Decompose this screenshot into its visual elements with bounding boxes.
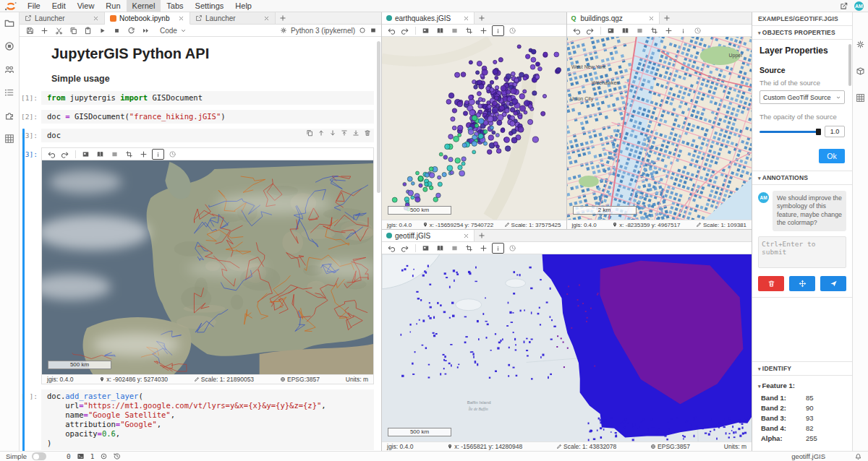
duplicate-cell-icon[interactable] bbox=[306, 129, 313, 137]
code-cell-raster[interactable]: [ ]: doc.add_raster_layer( url="https://… bbox=[20, 389, 374, 450]
code-editor-3[interactable]: doc bbox=[41, 129, 374, 142]
code-cell-3[interactable]: [3]: doc bbox=[20, 129, 374, 142]
delete-cell-icon[interactable] bbox=[364, 129, 371, 137]
annotations-header[interactable]: ANNOTATIONS bbox=[752, 171, 852, 185]
layer-browser-button[interactable] bbox=[94, 149, 106, 160]
add-cell-button[interactable] bbox=[38, 25, 51, 36]
new-layer-group-button[interactable] bbox=[634, 25, 646, 36]
package-icon[interactable] bbox=[856, 66, 865, 76]
insert-cell-below-icon[interactable] bbox=[352, 129, 359, 137]
new-tab-button[interactable] bbox=[660, 12, 674, 24]
history-button[interactable] bbox=[692, 25, 704, 36]
opacity-value[interactable]: 1.0 bbox=[825, 126, 845, 137]
close-icon[interactable] bbox=[93, 15, 99, 22]
tab-notebook[interactable]: Notebook.ipynb bbox=[105, 12, 190, 25]
identify-button[interactable] bbox=[677, 25, 689, 36]
new-raster-layer-button[interactable] bbox=[80, 149, 92, 160]
grid-view-icon[interactable] bbox=[856, 93, 865, 103]
annotation-input[interactable] bbox=[758, 236, 846, 268]
identify-button[interactable] bbox=[152, 149, 164, 160]
menu-settings[interactable]: Settings bbox=[190, 0, 230, 12]
file-browser-icon[interactable] bbox=[4, 18, 14, 28]
history-button[interactable] bbox=[506, 243, 519, 254]
source-select[interactable]: Custom GeoTiff Source bbox=[760, 90, 845, 104]
delete-annotation-button[interactable] bbox=[758, 276, 784, 291]
collaboration-icon[interactable] bbox=[4, 64, 14, 74]
insert-cell-above-icon[interactable] bbox=[341, 129, 348, 137]
notebook-scrollbar[interactable] bbox=[377, 41, 380, 193]
submit-annotation-button[interactable] bbox=[820, 276, 846, 291]
notifications-bell-icon[interactable] bbox=[854, 452, 862, 460]
run-cell-button[interactable] bbox=[96, 25, 109, 36]
menu-view[interactable]: View bbox=[72, 0, 101, 12]
identify-button[interactable] bbox=[492, 25, 504, 36]
menu-edit[interactable]: Edit bbox=[46, 0, 72, 12]
add-layer-button[interactable] bbox=[663, 25, 675, 36]
add-layer-button[interactable] bbox=[477, 243, 490, 254]
gt-canvas[interactable]: Baffin IslandÎle de Baffin bbox=[382, 254, 752, 441]
close-icon[interactable] bbox=[463, 15, 469, 22]
nbmap-canvas[interactable] bbox=[42, 160, 373, 374]
menu-kernel[interactable]: Kernel bbox=[127, 0, 161, 12]
undo-button[interactable] bbox=[385, 243, 397, 254]
zoom-to-extent-button[interactable] bbox=[463, 243, 475, 254]
code-editor-2[interactable]: doc = GISDocument("france_hiking.jGIS") bbox=[41, 110, 374, 124]
code-cell-2[interactable]: [2]: doc = GISDocument("france_hiking.jG… bbox=[20, 110, 374, 124]
redo-button[interactable] bbox=[399, 25, 412, 36]
menu-tabs[interactable]: Tabs bbox=[161, 0, 189, 12]
close-icon[interactable] bbox=[263, 15, 270, 22]
close-icon[interactable] bbox=[648, 15, 655, 22]
redo-button[interactable] bbox=[584, 25, 597, 36]
close-icon[interactable] bbox=[178, 15, 184, 22]
user-avatar[interactable]: AM bbox=[854, 1, 864, 11]
kernel-target-icon[interactable] bbox=[100, 452, 108, 460]
close-icon[interactable] bbox=[463, 233, 469, 239]
notebook-content[interactable]: JupyterGIS Python API Simple usage [1]: … bbox=[20, 37, 381, 451]
identify-header[interactable]: IDENTIFY bbox=[752, 361, 852, 376]
new-raster-layer-button[interactable] bbox=[420, 243, 432, 254]
eq-canvas[interactable] bbox=[382, 37, 566, 220]
tab-earthquakes[interactable]: earthquakes.jGIS bbox=[382, 12, 475, 24]
code-editor-raster[interactable]: doc.add_raster_layer( url="https://mt1.g… bbox=[41, 389, 374, 450]
zoom-to-extent-button[interactable] bbox=[123, 149, 135, 160]
code-editor-1[interactable]: from jupytergis import GISDocument bbox=[41, 91, 374, 105]
markdown-cell[interactable]: JupyterGIS Python API Simple usage bbox=[51, 46, 374, 84]
run-all-button[interactable] bbox=[140, 25, 152, 36]
history-button[interactable] bbox=[166, 149, 179, 160]
new-layer-group-button[interactable] bbox=[448, 25, 461, 36]
cell-type-select[interactable]: Code bbox=[160, 27, 187, 35]
zoom-to-extent-button[interactable] bbox=[648, 25, 660, 36]
settings-gear-icon[interactable] bbox=[856, 40, 865, 49]
terminal-icon[interactable] bbox=[76, 452, 85, 460]
new-raster-layer-button[interactable] bbox=[420, 25, 432, 36]
move-cell-down-icon[interactable] bbox=[329, 129, 336, 137]
menu-file[interactable]: File bbox=[22, 0, 46, 12]
add-layer-button[interactable] bbox=[477, 25, 490, 36]
save-button[interactable] bbox=[24, 25, 36, 36]
tab-launcher-2[interactable]: Launcher bbox=[190, 12, 276, 24]
new-tab-button[interactable] bbox=[475, 230, 489, 241]
zoom-to-extent-button[interactable] bbox=[463, 25, 475, 36]
restart-kernel-button[interactable] bbox=[125, 25, 137, 36]
tab-geotiff[interactable]: geotiff.jGIS bbox=[382, 230, 475, 241]
layer-browser-button[interactable] bbox=[434, 243, 446, 254]
new-layer-group-button[interactable] bbox=[109, 149, 121, 160]
tab-buildings[interactable]: Q buildings.qgz bbox=[567, 12, 660, 24]
identify-button[interactable] bbox=[492, 243, 504, 254]
extensions-icon[interactable] bbox=[4, 111, 14, 121]
paste-cell-button[interactable] bbox=[82, 25, 94, 36]
kernel-settings-icon[interactable] bbox=[280, 27, 287, 34]
running-kernels-icon[interactable] bbox=[4, 41, 14, 51]
layer-browser-button[interactable] bbox=[434, 25, 446, 36]
interrupt-kernel-button[interactable] bbox=[111, 25, 123, 36]
objects-properties-header[interactable]: OBJECTS PROPERTIES bbox=[752, 26, 852, 40]
menu-help[interactable]: Help bbox=[229, 0, 258, 12]
undo-button[interactable] bbox=[385, 25, 397, 36]
opacity-slider[interactable] bbox=[760, 131, 820, 133]
panel-scrollbar[interactable] bbox=[848, 44, 851, 86]
bld-canvas[interactable]: West New YorkWeehawkenUnion CityUpper bbox=[567, 37, 752, 220]
move-cell-up-icon[interactable] bbox=[318, 129, 325, 137]
layer-browser-button[interactable] bbox=[619, 25, 631, 36]
history-button[interactable] bbox=[506, 25, 519, 36]
add-layer-button[interactable] bbox=[137, 149, 150, 160]
